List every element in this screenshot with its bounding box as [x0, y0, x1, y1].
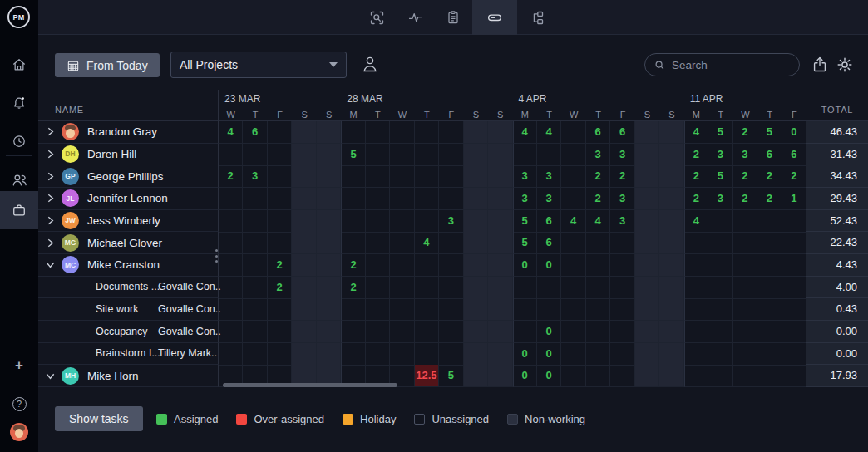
day-cell[interactable]	[439, 121, 463, 144]
day-cell[interactable]: 6	[537, 210, 561, 233]
day-cell[interactable]	[390, 232, 414, 254]
day-cell[interactable]	[513, 298, 537, 321]
day-cell[interactable]	[219, 343, 243, 366]
day-cell[interactable]	[341, 343, 365, 366]
sidebar-item-portfolio[interactable]	[0, 191, 38, 229]
day-cell[interactable]: 0	[782, 121, 806, 144]
day-cell[interactable]	[635, 277, 659, 299]
day-cell[interactable]	[659, 210, 683, 233]
day-cell[interactable]: 0	[537, 343, 561, 366]
task-name-cell[interactable]: Documents ...Govalle Con..	[38, 277, 219, 299]
day-cell[interactable]	[243, 277, 267, 299]
member-name-cell[interactable]: GPGeorge Phillips	[38, 165, 219, 188]
day-cell[interactable]	[733, 210, 757, 233]
day-cell[interactable]: 2	[341, 254, 365, 277]
day-cell[interactable]: 6	[757, 144, 782, 166]
day-cell[interactable]	[341, 165, 365, 188]
from-today-button[interactable]: From Today	[55, 53, 160, 77]
day-cell[interactable]	[659, 298, 683, 321]
day-cell[interactable]	[610, 277, 634, 299]
day-cell[interactable]	[219, 232, 243, 254]
day-cell[interactable]	[488, 144, 512, 166]
day-cell[interactable]	[782, 277, 806, 299]
day-cell[interactable]: 3	[243, 165, 267, 188]
day-cell[interactable]	[292, 298, 316, 321]
show-tasks-button[interactable]: Show tasks	[55, 406, 143, 431]
day-cell[interactable]	[415, 321, 439, 343]
chevron-down-icon[interactable]	[46, 371, 60, 381]
day-cell[interactable]: 3	[537, 165, 561, 188]
day-cell[interactable]	[561, 232, 585, 254]
day-cell[interactable]: 0	[513, 254, 537, 277]
day-cell[interactable]	[708, 365, 732, 387]
day-cell[interactable]	[537, 298, 561, 321]
day-cell[interactable]	[684, 343, 708, 366]
day-cell[interactable]	[488, 254, 512, 277]
day-cell[interactable]: 3	[439, 210, 463, 233]
day-cell[interactable]	[317, 121, 341, 144]
day-cell[interactable]	[366, 121, 390, 144]
day-cell[interactable]	[243, 210, 267, 233]
day-cell[interactable]: 5	[757, 121, 782, 144]
day-cell[interactable]	[341, 210, 365, 233]
day-cell[interactable]	[635, 210, 659, 233]
day-cell[interactable]	[464, 365, 488, 387]
day-cell[interactable]	[586, 298, 610, 321]
day-cell[interactable]	[635, 343, 659, 366]
member-name-cell[interactable]: MCMike Cranston	[38, 254, 219, 277]
member-name-cell[interactable]: Brandon Gray	[38, 121, 219, 144]
day-cell[interactable]	[292, 321, 316, 343]
day-cell[interactable]	[366, 254, 390, 277]
day-cell[interactable]: 6	[537, 232, 561, 254]
day-cell[interactable]	[366, 144, 390, 166]
day-cell[interactable]	[341, 121, 365, 144]
day-cell[interactable]	[390, 321, 414, 343]
day-cell[interactable]	[782, 232, 806, 254]
day-cell[interactable]	[782, 298, 806, 321]
day-cell[interactable]	[366, 277, 390, 299]
task-name-cell[interactable]: Brainstorm I...Tillery Mark..	[38, 343, 219, 366]
day-cell[interactable]	[488, 188, 512, 210]
day-cell[interactable]: 2	[757, 165, 782, 188]
day-cell[interactable]	[635, 144, 659, 166]
day-cell[interactable]: 0	[537, 321, 561, 343]
day-cell[interactable]	[561, 343, 585, 366]
day-cell[interactable]	[708, 343, 732, 366]
day-cell[interactable]	[684, 298, 708, 321]
day-cell[interactable]	[757, 254, 782, 277]
day-cell[interactable]	[415, 188, 439, 210]
day-cell[interactable]	[415, 144, 439, 166]
day-cell[interactable]	[708, 298, 732, 321]
sidebar-item-team[interactable]	[0, 165, 38, 194]
day-cell[interactable]: 6	[243, 121, 267, 144]
day-cell[interactable]	[610, 254, 634, 277]
day-cell[interactable]	[464, 254, 488, 277]
day-cell[interactable]	[439, 321, 463, 343]
sidebar-item-home[interactable]	[0, 51, 38, 79]
day-cell[interactable]	[537, 144, 561, 166]
day-cell[interactable]	[439, 232, 463, 254]
day-cell[interactable]: 6	[610, 121, 634, 144]
day-cell[interactable]: 2	[733, 121, 757, 144]
day-cell[interactable]	[439, 165, 463, 188]
day-cell[interactable]	[219, 298, 243, 321]
day-cell[interactable]	[390, 210, 414, 233]
day-cell[interactable]: 3	[708, 144, 732, 166]
day-cell[interactable]	[635, 321, 659, 343]
day-cell[interactable]	[366, 165, 390, 188]
horizontal-scrollbar[interactable]	[223, 383, 397, 387]
day-cell[interactable]	[635, 365, 659, 387]
day-cell[interactable]	[561, 298, 585, 321]
day-cell[interactable]	[243, 188, 267, 210]
day-cell[interactable]	[268, 121, 292, 144]
day-cell[interactable]	[513, 321, 537, 343]
day-cell[interactable]: 2	[733, 188, 757, 210]
day-cell[interactable]: 2	[684, 144, 708, 166]
day-cell[interactable]	[292, 277, 316, 299]
day-cell[interactable]	[292, 210, 316, 233]
day-cell[interactable]	[561, 254, 585, 277]
day-cell[interactable]: 0	[513, 343, 537, 366]
tab-workflow[interactable]	[517, 0, 555, 35]
day-cell[interactable]	[635, 188, 659, 210]
task-name-cell[interactable]: Site workGovalle Con..	[38, 298, 219, 321]
